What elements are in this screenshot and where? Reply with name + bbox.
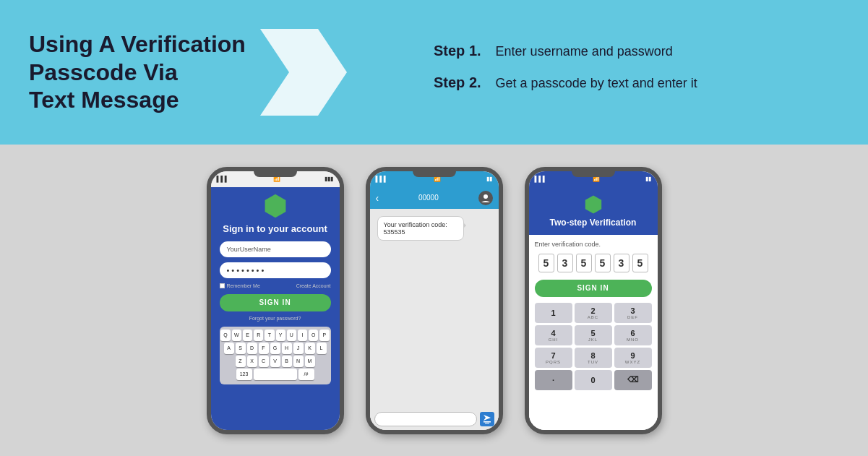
key-w[interactable]: W: [232, 330, 241, 341]
key-i[interactable]: I: [298, 330, 307, 341]
key-g[interactable]: G: [270, 343, 280, 354]
phone1: ▌▌▌ 📶 ▮▮▮ Sign in to your account YourUs…: [207, 167, 344, 434]
message-bubble: Your verification code: 535535: [377, 216, 464, 241]
hex-logo-icon-3: [583, 194, 603, 215]
code-digit-1: 5: [538, 254, 554, 272]
key-o[interactable]: O: [309, 330, 318, 341]
numpad-key-1[interactable]: 1: [535, 303, 572, 323]
hex-logo-icon: [262, 193, 288, 219]
key-h[interactable]: H: [282, 343, 292, 354]
numpad-key-6[interactable]: 6MNO: [614, 325, 652, 345]
numpad-key-5[interactable]: 5JKL: [575, 325, 612, 345]
phone3-header: Two-step Verification: [529, 187, 658, 235]
battery-icon: ▮▮▮: [325, 176, 333, 182]
phone1-notch: [254, 171, 297, 177]
key-e[interactable]: E: [243, 330, 252, 341]
key-v[interactable]: V: [270, 356, 280, 367]
svg-marker-6: [585, 195, 601, 213]
key-q[interactable]: Q: [220, 330, 230, 341]
key-s[interactable]: S: [236, 343, 246, 354]
keyboard-row-4: 123 /#: [221, 369, 330, 380]
key-p[interactable]: P: [319, 330, 329, 341]
header: Using A Verification Passcode Via Text M…: [0, 0, 868, 145]
svg-marker-0: [260, 29, 347, 116]
keyboard-row-3: Z X C V B N M: [221, 356, 330, 367]
keyboard-row-2: A S D F G H J K L: [221, 343, 330, 354]
numpad-key-0[interactable]: 0: [575, 370, 612, 390]
keyboard-row-1: Q W E R T Y U I O P: [221, 330, 330, 341]
svg-rect-4: [484, 421, 491, 423]
key-a[interactable]: A: [224, 343, 234, 354]
numpad-row-1: 1 2ABC 3DEF: [535, 303, 652, 323]
remember-row: Remember Me Create Account: [220, 283, 331, 288]
key-k[interactable]: K: [305, 343, 315, 354]
key-n[interactable]: N: [293, 356, 304, 367]
battery-icon: ▮▮: [645, 176, 651, 182]
code-digit-2: 3: [557, 254, 573, 272]
header-steps: Step 1. Enter username and password Step…: [434, 40, 697, 104]
svg-rect-5: [485, 423, 489, 423]
key-m[interactable]: M: [305, 356, 315, 367]
key-123[interactable]: 123: [236, 369, 252, 380]
phone2-screen: ‹ 00000 Your verification code: 535535: [370, 187, 499, 430]
messages-body: Your verification code: 535535: [370, 209, 499, 408]
key-c[interactable]: C: [259, 356, 269, 367]
battery-icon: ▮▮: [486, 176, 492, 182]
phone3-notch: [572, 171, 615, 177]
phone3: ▌▌▌ 📶 ▮▮ Two-step Verification Enter ver…: [525, 167, 662, 434]
sign-in-button[interactable]: SIGN IN: [220, 294, 331, 311]
code-digits-row: 5 3 5 5 3 5: [538, 254, 648, 272]
step2: Step 2. Get a passcode by text and enter…: [434, 72, 697, 93]
key-t[interactable]: T: [265, 330, 274, 341]
code-digit-4: 5: [595, 254, 611, 272]
key-z[interactable]: Z: [236, 356, 246, 367]
forgot-password-link[interactable]: Forgot your password?: [249, 316, 301, 321]
contact-avatar: [478, 191, 493, 205]
key-d[interactable]: D: [247, 343, 257, 354]
numpad-key-dot[interactable]: ·: [535, 370, 572, 390]
signal-icon: ▌▌▌: [217, 176, 229, 182]
contact-id: 00000: [383, 194, 473, 202]
phone1-screen: Sign in to your account YourUserName •••…: [211, 187, 340, 430]
svg-marker-1: [265, 194, 285, 217]
phone2-notch: [413, 171, 456, 177]
username-field[interactable]: YourUserName: [220, 241, 331, 257]
numpad-row-3: 7PQRS 8TUV 9WXYZ: [535, 348, 652, 368]
numpad-key-7[interactable]: 7PQRS: [535, 348, 572, 368]
phone2: ▌▌▌ 📶 ▮▮ ‹ 00000 Your verification code:…: [366, 167, 503, 434]
numpad-key-9[interactable]: 9WXYZ: [614, 348, 652, 368]
code-digit-3: 5: [576, 254, 592, 272]
two-step-title: Two-step Verification: [550, 218, 637, 228]
svg-marker-3: [484, 415, 491, 421]
password-field[interactable]: ••••••••: [220, 262, 331, 278]
remember-me-checkbox[interactable]: [220, 283, 225, 288]
numpad: 1 2ABC 3DEF 4GHI 5JKL 6MNO 7PQRS 8TUV 9W…: [535, 303, 652, 390]
phone3-body: Enter verification code. 5 3 5 5 3 5 SIG…: [529, 235, 658, 430]
numpad-key-8[interactable]: 8TUV: [575, 348, 612, 368]
message-text-input[interactable]: [374, 412, 477, 426]
key-b[interactable]: B: [282, 356, 292, 367]
key-r[interactable]: R: [254, 330, 263, 341]
key-u[interactable]: U: [287, 330, 296, 341]
key-l[interactable]: L: [317, 343, 327, 354]
svg-point-2: [484, 194, 488, 199]
numpad-key-2[interactable]: 2ABC: [575, 303, 612, 323]
send-filter-button[interactable]: [480, 412, 494, 426]
phone1-title: Sign in to your account: [223, 223, 327, 234]
key-y[interactable]: Y: [276, 330, 285, 341]
keyboard: Q W E R T Y U I O P A S D F G H: [220, 327, 331, 384]
key-x[interactable]: X: [247, 356, 257, 367]
key-j[interactable]: J: [293, 343, 304, 354]
message-input-row: [370, 408, 499, 430]
numpad-key-backspace[interactable]: ⌫: [614, 370, 652, 390]
sign-in-button-3[interactable]: SIGN IN: [535, 280, 652, 297]
remember-me-group: Remember Me: [220, 283, 260, 288]
back-arrow-icon[interactable]: ‹: [376, 192, 379, 204]
key-space[interactable]: [254, 369, 297, 380]
main-area: ▌▌▌ 📶 ▮▮▮ Sign in to your account YourUs…: [0, 145, 868, 456]
key-hash[interactable]: /#: [298, 369, 314, 380]
numpad-key-3[interactable]: 3DEF: [614, 303, 652, 323]
key-f[interactable]: F: [259, 343, 269, 354]
numpad-key-4[interactable]: 4GHI: [535, 325, 572, 345]
code-digit-5: 3: [614, 254, 629, 272]
